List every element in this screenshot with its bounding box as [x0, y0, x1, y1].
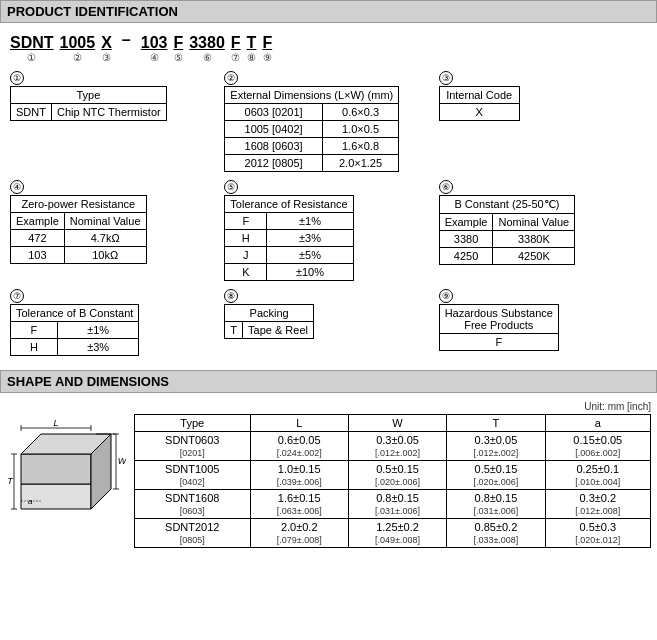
type-table: Type SDNT Chip NTC Thermistor — [10, 86, 167, 121]
boxes-row1: ① Type SDNT Chip NTC Thermistor ② Extern… — [6, 69, 651, 174]
hazardous-table: Hazardous SubstanceFree Products F — [439, 304, 559, 351]
part-seg-7: F ⑦ — [231, 34, 241, 63]
box9: ⑨ Hazardous SubstanceFree Products F — [439, 289, 647, 356]
component-diagram: L W T a — [6, 414, 126, 514]
table-row: SDNT0603[0201] 0.6±0.05[.024±.002] 0.3±0… — [135, 432, 651, 461]
box4: ④ Zero-power Resistance Example Nominal … — [10, 180, 218, 281]
shape-content: Unit: mm [inch] — [0, 397, 657, 552]
product-id-header: PRODUCT IDENTIFICATION — [0, 0, 657, 23]
svg-text:W: W — [118, 456, 126, 466]
part-seg-9: F ⑨ — [262, 34, 272, 63]
box1: ① Type SDNT Chip NTC Thermistor — [10, 71, 218, 172]
packing-table: Packing T Tape & Reel — [224, 304, 314, 339]
box5: ⑤ Tolerance of Resistance F ±1% H ±3% J — [224, 180, 432, 281]
product-id-content: SDNT ① 1005 ② X ③ – 103 ④ F ⑤ 3380 ⑥ — [0, 27, 657, 362]
part-seg-2: 1005 ② — [60, 34, 96, 63]
svg-text:T: T — [7, 476, 14, 486]
tolerance-b-table: Tolerance of B Constant F ±1% H ±3% — [10, 304, 139, 356]
part-seg-3: X ③ — [101, 34, 112, 63]
box7: ⑦ Tolerance of B Constant F ±1% H ±3% — [10, 289, 218, 356]
b-constant-table: B Constant (25-50℃) Example Nominal Valu… — [439, 195, 576, 265]
svg-text:L: L — [53, 418, 58, 428]
part-seg-8: T ⑧ — [247, 34, 257, 63]
part-seg-4: 103 ④ — [141, 34, 168, 63]
shape-diagram: L W T a — [6, 414, 126, 516]
box3: ③ Internal Code X — [439, 71, 647, 172]
shape-body: L W T a — [6, 414, 651, 548]
svg-text:a: a — [28, 497, 33, 506]
box2: ② External Dimensions (L×W) (mm) 0603 [0… — [224, 71, 432, 172]
box8: ⑧ Packing T Tape & Reel — [224, 289, 432, 356]
product-identification-section: PRODUCT IDENTIFICATION SDNT ① 1005 ② X ③… — [0, 0, 657, 362]
table-row: SDNT1608[0603] 1.6±0.15[.063±.006] 0.8±0… — [135, 490, 651, 519]
shape-dimensions-section: SHAPE AND DIMENSIONS Unit: mm [inch] — [0, 370, 657, 552]
tolerance-res-table: Tolerance of Resistance F ±1% H ±3% J ±5… — [224, 195, 353, 281]
unit-note: Unit: mm [inch] — [6, 401, 651, 412]
part-seg-5: F ⑤ — [173, 34, 183, 63]
internal-code-table: Internal Code X — [439, 86, 520, 121]
part-seg-6: 3380 ⑥ — [189, 34, 225, 63]
svg-marker-1 — [21, 454, 91, 484]
table-row: SDNT1005[0402] 1.0±0.15[.039±.006] 0.5±0… — [135, 461, 651, 490]
table-row: SDNT2012[0805] 2.0±0.2[.079±.008] 1.25±0… — [135, 519, 651, 548]
box6: ⑥ B Constant (25-50℃) Example Nominal Va… — [439, 180, 647, 281]
zero-power-table: Zero-power Resistance Example Nominal Va… — [10, 195, 147, 264]
part-number-row: SDNT ① 1005 ② X ③ – 103 ④ F ⑤ 3380 ⑥ — [6, 31, 651, 63]
dimensions-table-container: Type L W T a SDNT0603[0201] 0.6±0.05[.02… — [134, 414, 651, 548]
boxes-row3: ⑦ Tolerance of B Constant F ±1% H ±3% — [6, 287, 651, 358]
boxes-row2: ④ Zero-power Resistance Example Nominal … — [6, 178, 651, 283]
shape-header: SHAPE AND DIMENSIONS — [0, 370, 657, 393]
ext-dim-table: External Dimensions (L×W) (mm) 0603 [020… — [224, 86, 399, 172]
dimensions-data-table: Type L W T a SDNT0603[0201] 0.6±0.05[.02… — [134, 414, 651, 548]
part-seg-1: SDNT ① — [10, 34, 54, 63]
